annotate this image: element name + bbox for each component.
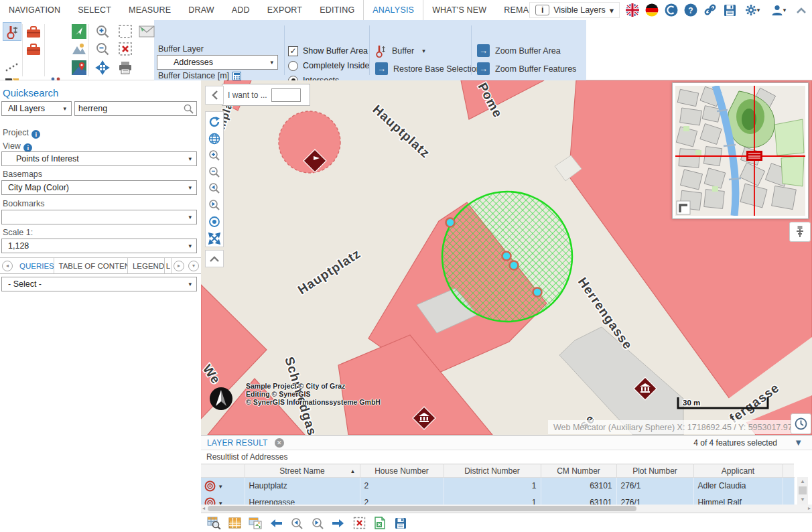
- save-session-icon[interactable]: [723, 3, 736, 17]
- search-in-table-icon[interactable]: [206, 516, 221, 531]
- menu-export[interactable]: EXPORT: [259, 0, 311, 20]
- globe-full-extent-icon[interactable]: [206, 131, 222, 147]
- table-row[interactable]: ▼ Herrengasse 2 1 63101 276/1 Himmel Ral…: [201, 494, 794, 505]
- col-plot-number[interactable]: Plot Number: [616, 464, 693, 478]
- menu-whats-new[interactable]: WHAT'S NEW: [423, 0, 495, 20]
- zoom-previous-feature-icon[interactable]: [289, 516, 304, 531]
- table-vertical-scrollbar[interactable]: ▲▼: [797, 477, 808, 505]
- scroll-right-icon[interactable]: ▸: [808, 505, 811, 513]
- i-want-to-input[interactable]: [271, 88, 301, 102]
- menu-navigation[interactable]: NAVIGATION: [0, 0, 69, 20]
- layer-filter-select[interactable]: All Layers ▾: [1, 101, 72, 116]
- zoom-in-tool-icon[interactable]: [94, 23, 111, 40]
- export-excel-icon[interactable]: [373, 516, 387, 531]
- table-row[interactable]: ▼ Hauptplatz 2 1 63101 276/1 Adler Claud…: [201, 478, 794, 494]
- i-want-to-widget[interactable]: I want to ...: [222, 84, 310, 106]
- toolbox-icon[interactable]: [25, 23, 42, 40]
- tab-legend[interactable]: LEGEND: [128, 258, 165, 273]
- search-icon[interactable]: [184, 104, 194, 114]
- toolbox2-icon[interactable]: [25, 40, 42, 58]
- map-toolbar-scroll-up-button[interactable]: [205, 250, 224, 267]
- navigate-map-icon[interactable]: [70, 23, 88, 40]
- language-german-icon[interactable]: [645, 3, 659, 17]
- zoom-in-map-icon[interactable]: [206, 147, 222, 164]
- bookmarks-select[interactable]: ▾: [1, 210, 197, 224]
- row-menu-caret-icon[interactable]: ▼: [218, 483, 223, 489]
- row-menu-caret-icon[interactable]: ▼: [218, 500, 223, 505]
- help-icon[interactable]: ?: [684, 3, 697, 17]
- map-canvas[interactable]: mplatz Hauptplatz Pome Hauptplatz Herren…: [201, 80, 812, 435]
- full-extent-arrows-icon[interactable]: [206, 230, 222, 247]
- link-icon[interactable]: [703, 3, 717, 17]
- collapse-panel-icon[interactable]: ▼: [794, 438, 803, 448]
- send-map-mail-icon[interactable]: [138, 23, 155, 40]
- quicksearch-link[interactable]: Quicksearch: [3, 87, 58, 98]
- tabs-scroll-left-icon[interactable]: ◂: [2, 261, 13, 271]
- image-layer-icon[interactable]: [70, 40, 88, 58]
- tab-table-of-content[interactable]: TABLE OF CONTENT: [54, 258, 128, 273]
- table-horizontal-scrollbar[interactable]: ◂ ▸: [201, 505, 812, 513]
- open-table-icon[interactable]: [227, 516, 242, 531]
- locate-feature-icon[interactable]: [204, 497, 216, 505]
- tabs-scroll-right-icon[interactable]: ▸: [174, 261, 184, 271]
- tab-clipped[interactable]: L: [165, 258, 172, 273]
- time-slider-button[interactable]: [791, 413, 811, 434]
- tabs-more-icon[interactable]: ▾: [188, 261, 199, 271]
- calculator-icon[interactable]: [232, 72, 241, 80]
- map-toolbar-collapse-button[interactable]: [205, 86, 224, 105]
- save-result-icon[interactable]: [393, 516, 408, 531]
- query-select[interactable]: - Select - ▾: [1, 277, 197, 291]
- center-map-icon[interactable]: [206, 214, 222, 230]
- scale-select[interactable]: 1,128 ▾: [1, 239, 197, 253]
- col-house-number[interactable]: House Number: [360, 464, 444, 478]
- project-info-icon[interactable]: i: [31, 130, 40, 139]
- menu-analysis[interactable]: ANALYSIS: [363, 0, 423, 20]
- map-pin-icon[interactable]: [70, 59, 88, 76]
- menu-editing[interactable]: EDITING: [311, 0, 363, 20]
- copyright-icon[interactable]: [665, 3, 678, 17]
- settings-menu[interactable]: ▾: [742, 3, 762, 17]
- zoom-buffer-area-button[interactable]: → Zoom Buffer Area: [477, 44, 561, 57]
- completely-inside-radio[interactable]: Completely Inside: [288, 60, 369, 72]
- menu-measure[interactable]: MEASURE: [120, 0, 180, 20]
- zoom-next-feature-icon[interactable]: [310, 516, 325, 531]
- overview-map[interactable]: [672, 82, 809, 219]
- menu-add[interactable]: ADD: [223, 0, 259, 20]
- close-result-icon[interactable]: ✕: [275, 438, 284, 448]
- buffer-tool-icon[interactable]: [3, 23, 21, 40]
- language-english-icon[interactable]: [626, 3, 639, 17]
- zoom-buffer-features-button[interactable]: → Zoom Buffer Features: [477, 62, 576, 75]
- zoom-out-map-icon[interactable]: [206, 163, 222, 180]
- locate-feature-icon[interactable]: [204, 480, 216, 492]
- zoom-out-tool-icon[interactable]: [94, 40, 111, 58]
- show-buffer-area-checkbox[interactable]: ✓ Show Buffer Area: [288, 45, 369, 57]
- previous-extent-icon[interactable]: [206, 180, 222, 197]
- buffer-button[interactable]: Buffer ▾: [375, 44, 425, 58]
- next-extent-icon[interactable]: [206, 197, 222, 214]
- previous-feature-icon[interactable]: [269, 516, 283, 531]
- user-menu[interactable]: ▾: [768, 3, 789, 17]
- overview-pin-button[interactable]: [789, 222, 811, 242]
- copy-table-icon[interactable]: [248, 516, 263, 531]
- clear-result-selection-icon[interactable]: [352, 516, 366, 531]
- basemap-select[interactable]: City Map (Color) ▾: [1, 180, 197, 195]
- tab-queries[interactable]: QUERIES: [15, 258, 54, 273]
- refresh-map-icon[interactable]: [206, 114, 222, 131]
- buffer-layer-select[interactable]: Addresses ▾: [157, 55, 278, 70]
- scroll-left-icon[interactable]: ◂: [202, 505, 205, 513]
- search-input[interactable]: [74, 101, 197, 116]
- pan-tool-icon[interactable]: [94, 59, 111, 76]
- col-cm-number[interactable]: CM Number: [541, 464, 616, 478]
- visible-layers-dropdown[interactable]: i Visible Layers ▾: [529, 2, 620, 18]
- menu-select[interactable]: SELECT: [69, 0, 120, 20]
- view-select[interactable]: Points of Interest ▾: [1, 151, 197, 166]
- col-applicant[interactable]: Applicant: [693, 464, 783, 478]
- col-street-name[interactable]: Street Name▲: [245, 464, 360, 478]
- col-district-number[interactable]: District Number: [444, 464, 541, 478]
- menu-draw[interactable]: DRAW: [180, 0, 223, 20]
- layer-result-tab[interactable]: LAYER RESULT: [201, 438, 275, 448]
- clear-selection-tool-icon[interactable]: [117, 40, 134, 58]
- overview-collapse-button[interactable]: [677, 201, 690, 214]
- restore-base-selection-button[interactable]: → Restore Base Selection: [375, 62, 481, 75]
- print-icon[interactable]: [117, 59, 134, 76]
